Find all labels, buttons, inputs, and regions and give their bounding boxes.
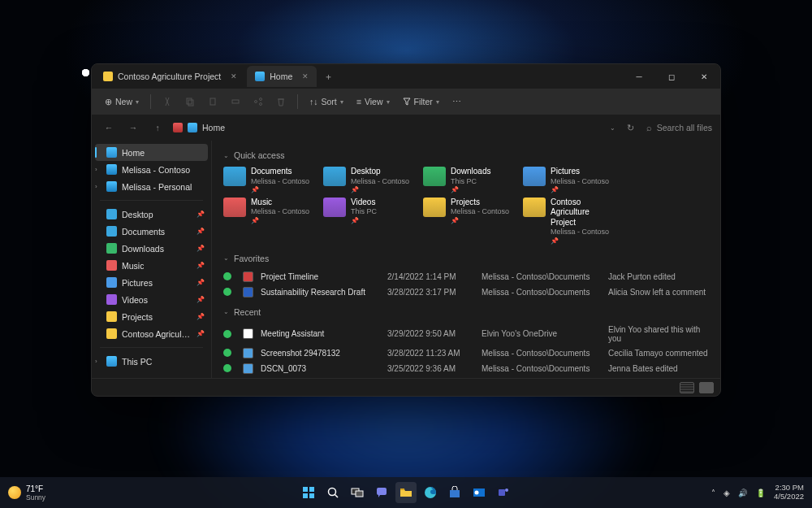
share-button[interactable] xyxy=(248,93,268,110)
chevron-right-icon[interactable]: › xyxy=(95,183,97,190)
status-bar xyxy=(92,378,720,396)
close-icon[interactable]: ✕ xyxy=(231,72,237,80)
pin-icon: 📌 xyxy=(351,217,377,225)
sidebar-item-desktop[interactable]: Desktop📌 xyxy=(92,206,211,223)
wifi-icon[interactable]: ◈ xyxy=(723,488,730,497)
view-label: View xyxy=(365,97,383,106)
close-icon[interactable]: ✕ xyxy=(302,72,309,80)
filter-button[interactable]: Filter ▾ xyxy=(398,93,444,110)
task-view-button[interactable] xyxy=(347,482,368,503)
file-explorer-button[interactable] xyxy=(395,482,417,503)
new-label: New xyxy=(115,97,132,106)
svg-point-5 xyxy=(260,98,262,101)
sidebar-item-music[interactable]: Music📌 xyxy=(92,257,211,274)
quick-access-item[interactable]: ProjectsMelissa - Contoso📌 xyxy=(423,198,516,245)
new-tab-button[interactable]: ＋ xyxy=(318,71,338,83)
sidebar-item-contoso-agriculture-project[interactable]: Contoso Agriculture Project📌 xyxy=(92,325,211,342)
file-row[interactable]: Meeting Assistant3/29/2022 9:50 AMElvin … xyxy=(223,323,709,345)
quick-access-item[interactable]: Contoso Agriculture ProjectMelissa - Con… xyxy=(523,198,616,245)
teams-button[interactable] xyxy=(493,482,514,503)
battery-icon[interactable]: 🔋 xyxy=(756,488,766,497)
back-button[interactable]: ← xyxy=(100,123,118,132)
sidebar-item-pictures[interactable]: Pictures📌 xyxy=(92,274,211,291)
sidebar-item-downloads[interactable]: Downloads📌 xyxy=(92,240,211,257)
search-button[interactable] xyxy=(322,482,343,503)
refresh-button[interactable]: ↻ xyxy=(622,123,640,132)
quick-access-item[interactable]: DocumentsMelissa - Contoso📌 xyxy=(223,167,317,194)
rename-button[interactable] xyxy=(226,93,245,110)
item-name: Desktop xyxy=(351,167,409,177)
sidebar-item-projects[interactable]: Projects📌 xyxy=(92,308,211,325)
search-box[interactable]: ⌕ Search all files xyxy=(646,123,712,132)
tab-contoso[interactable]: Contoso Agriculture Project ✕ xyxy=(95,66,245,87)
file-list: Project Timeline2/14/2022 1:14 PMMelissa… xyxy=(223,270,709,299)
chevron-right-icon[interactable]: › xyxy=(95,358,97,365)
tab-home[interactable]: Home ✕ xyxy=(247,66,317,87)
svg-point-22 xyxy=(505,488,508,492)
close-button[interactable]: ✕ xyxy=(688,64,720,89)
sort-button[interactable]: ↑↓ Sort ▾ xyxy=(304,93,348,110)
volume-icon[interactable]: 🔊 xyxy=(738,488,748,497)
view-button[interactable]: ≡ View ▾ xyxy=(352,93,395,110)
section-header[interactable]: ⌄Favorites xyxy=(223,254,709,263)
edge-button[interactable] xyxy=(420,482,441,503)
maximize-button[interactable]: ◻ xyxy=(655,64,688,89)
sidebar-item-videos[interactable]: Videos📌 xyxy=(92,291,211,308)
details-view-button[interactable] xyxy=(680,382,694,393)
breadcrumb[interactable]: Home xyxy=(173,123,603,132)
new-button[interactable]: ⊕ New ▾ xyxy=(100,93,144,110)
paste-button[interactable] xyxy=(203,93,222,110)
pin-icon: 📌 xyxy=(551,186,609,194)
chat-button[interactable] xyxy=(371,482,392,503)
cut-button[interactable] xyxy=(158,93,177,110)
sidebar-item-documents[interactable]: Documents📌 xyxy=(92,223,211,240)
chevron-down-icon[interactable]: ⌄ xyxy=(610,124,615,132)
up-button[interactable]: ↑ xyxy=(149,123,166,132)
copy-button[interactable] xyxy=(180,93,200,110)
cloud-icon xyxy=(106,164,117,175)
pin-icon: 📌 xyxy=(197,296,205,303)
sidebar-item-home[interactable]: Home xyxy=(95,144,208,161)
window-controls: ─ ◻ ✕ xyxy=(623,64,720,89)
chevron-up-icon[interactable]: ˄ xyxy=(711,488,715,497)
system-tray[interactable]: ˄ ◈ 🔊 🔋 2:30 PM 4/5/2022 xyxy=(711,484,804,501)
svg-point-20 xyxy=(475,491,479,495)
file-location: Melissa - Contoso\Documents xyxy=(482,272,603,281)
file-row[interactable]: Screenshot 294781323/28/2022 11:23 AMMel… xyxy=(223,346,709,360)
chevron-right-icon[interactable]: › xyxy=(95,166,97,173)
quick-access-item[interactable]: PicturesMelissa - Contoso📌 xyxy=(523,167,616,194)
file-row[interactable]: Sustainability Research Draft3/28/2022 3… xyxy=(223,285,709,299)
quick-access-item[interactable]: DownloadsThis PC📌 xyxy=(423,167,516,194)
cloud-icon xyxy=(106,181,117,192)
command-bar: ⊕ New ▾ ↑↓ Sort ▾ ≡ View ▾ Filter ▾ ⋯ xyxy=(92,89,720,115)
file-name: Meeting Assistant xyxy=(261,329,382,338)
home-icon xyxy=(173,123,183,132)
minimize-button[interactable]: ─ xyxy=(623,64,655,89)
status-icon xyxy=(223,272,231,280)
file-row[interactable]: Project Timeline2/14/2022 1:14 PMMelissa… xyxy=(223,270,709,284)
file-row[interactable]: DSCN_00733/25/2022 9:36 AMMelissa - Cont… xyxy=(223,362,709,376)
clock[interactable]: 2:30 PM 4/5/2022 xyxy=(774,484,804,501)
sidebar-item-melissa-personal[interactable]: ›Melissa - Personal xyxy=(92,178,211,195)
pin-icon: 📌 xyxy=(551,237,616,245)
delete-button[interactable] xyxy=(271,93,291,110)
weather-widget[interactable]: 71°F Sunny xyxy=(8,484,45,501)
more-button[interactable]: ⋯ xyxy=(447,93,466,110)
sidebar-item-this-pc[interactable]: ›This PC xyxy=(92,353,211,370)
sidebar-item-melissa-contoso[interactable]: ›Melissa - Contoso xyxy=(92,161,211,178)
outlook-button[interactable] xyxy=(469,482,490,503)
store-button[interactable] xyxy=(444,482,465,503)
forward-button[interactable]: → xyxy=(124,123,142,132)
section-header[interactable]: ⌄Recent xyxy=(223,307,709,317)
folder-icon xyxy=(106,277,117,288)
quick-access-item[interactable]: VideosThis PC📌 xyxy=(323,198,417,245)
quick-access-item[interactable]: MusicMelissa - Contoso📌 xyxy=(223,198,317,245)
item-name: Music xyxy=(251,198,309,208)
quick-access-item[interactable]: DesktopMelissa - Contoso📌 xyxy=(323,167,417,194)
folder-icon xyxy=(106,294,117,305)
section-header[interactable]: ⌄Quick access xyxy=(223,150,709,160)
start-button[interactable] xyxy=(298,482,319,503)
large-icons-button[interactable] xyxy=(699,382,714,393)
file-date: 3/25/2022 9:36 AM xyxy=(387,364,477,373)
content-pane: ⌄Quick accessDocumentsMelissa - Contoso📌… xyxy=(212,141,720,378)
